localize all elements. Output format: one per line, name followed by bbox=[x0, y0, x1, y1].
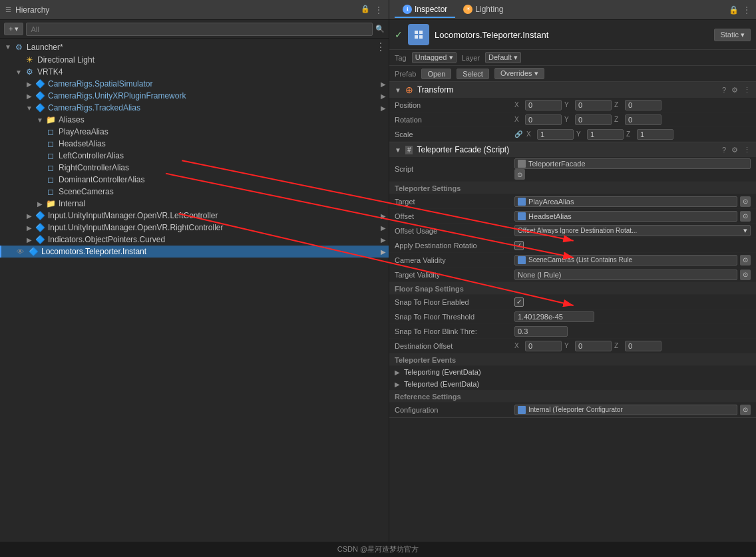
transform-icon: ⊕ bbox=[405, 85, 413, 95]
hierarchy-more-icon[interactable]: ⋮ bbox=[374, 5, 383, 15]
transform-help-icon[interactable]: ? bbox=[722, 86, 726, 94]
transform-settings-icon[interactable]: ⚙ bbox=[731, 86, 738, 94]
apply-dest-checkbox[interactable]: ✓ bbox=[514, 241, 524, 250]
dest-offset-z-input[interactable] bbox=[625, 341, 662, 351]
tree-item-scene-cameras[interactable]: ◻ SceneCameras bbox=[0, 186, 389, 198]
search-input[interactable] bbox=[26, 23, 373, 36]
inspector-content: ✓ Locomotors.Teleporter.Instant Static ▾… bbox=[389, 20, 756, 542]
tree-item-internal[interactable]: ▶ 📁 Internal bbox=[0, 198, 389, 210]
item-label: Launcher* bbox=[27, 43, 63, 52]
target-validity-button[interactable]: ⊙ bbox=[740, 270, 751, 280]
snap-enabled-checkbox[interactable]: ✓ bbox=[514, 297, 524, 307]
tree-item-camera-tracked[interactable]: ▼ 🔷 CameraRigs.TrackedAlias ▶ bbox=[0, 102, 389, 114]
offset-ref-button[interactable]: ⊙ bbox=[740, 211, 751, 222]
rz-label: Z bbox=[614, 116, 622, 123]
teleporting-event[interactable]: ▶ Teleporting (EventData) bbox=[389, 366, 756, 378]
transform-more-icon[interactable]: ⋮ bbox=[743, 86, 751, 94]
apply-dest-row: Apply Destination Rotatio ✓ bbox=[389, 238, 756, 253]
target-ref-button[interactable]: ⊙ bbox=[740, 196, 751, 207]
config-ref-button[interactable]: ⊙ bbox=[740, 405, 751, 415]
tree-item-vrtk4[interactable]: ▼ ⚙ VRTK4 bbox=[0, 66, 389, 78]
scale-y-input[interactable] bbox=[587, 129, 624, 140]
obj-icon: ◻ bbox=[45, 174, 56, 185]
arrow-icon: ▶ bbox=[381, 224, 386, 232]
open-button[interactable]: Open bbox=[421, 69, 451, 79]
arrow-icon: ▶ bbox=[381, 93, 386, 100]
tree-item-aliases[interactable]: ▼ 📁 Aliases bbox=[0, 114, 389, 126]
item-label: CameraRigs.SpatialSimulator bbox=[48, 79, 152, 89]
snap-enabled-row: Snap To Floor Enabled ✓ bbox=[389, 295, 756, 309]
tree-item-camera-unity[interactable]: ▶ 🔷 CameraRigs.UnityXRPluginFramework ▶ bbox=[0, 90, 389, 102]
snap-blink-input[interactable] bbox=[514, 326, 568, 337]
rotation-z-input[interactable] bbox=[625, 114, 662, 125]
facade-help-icon[interactable]: ? bbox=[722, 146, 726, 154]
item-label: Locomotors.Teleporter.Instant bbox=[41, 247, 146, 256]
hierarchy-tree: ▼ ⚙ Launcher* ⋮ ☀ Directional Light ▼ ⚙ … bbox=[0, 39, 389, 542]
camera-validity-button[interactable]: ⊙ bbox=[740, 255, 751, 266]
tree-item-camera-spatial[interactable]: ▶ 🔷 CameraRigs.SpatialSimulator ▶ bbox=[0, 78, 389, 90]
tree-item-indicators[interactable]: ▶ 🔷 Indicators.ObjectPointers.Curved ▶ bbox=[0, 234, 389, 246]
tree-item-dominant-ctrl[interactable]: ◻ DominantControllerAlias bbox=[0, 174, 389, 186]
item-label: Aliases bbox=[59, 115, 85, 124]
target-label: Target bbox=[395, 198, 514, 206]
layer-dropdown[interactable]: Default ▾ bbox=[485, 52, 521, 63]
overrides-button[interactable]: Overrides ▾ bbox=[494, 68, 544, 79]
tree-item-input-left[interactable]: ▶ 🔷 Input.UnityInputManager.OpenVR.LeftC… bbox=[0, 210, 389, 222]
teleported-event[interactable]: ▶ Teleported (EventData) bbox=[389, 378, 756, 390]
teleported-label: Teleported (EventData) bbox=[404, 380, 479, 388]
tree-item-playarea[interactable]: ◻ PlayAreaAlias bbox=[0, 126, 389, 138]
snap-threshold-input[interactable] bbox=[514, 311, 594, 322]
tree-item-input-right[interactable]: ▶ 🔷 Input.UnityInputManager.OpenVR.Right… bbox=[0, 222, 389, 234]
inspector-lock-icon: 🔒 bbox=[729, 5, 739, 15]
dest-offset-label: Destination Offset bbox=[395, 342, 514, 350]
position-x-input[interactable] bbox=[525, 100, 562, 110]
select-button[interactable]: Select bbox=[457, 69, 489, 79]
light-icon: ☀ bbox=[24, 55, 35, 65]
doz-label: Z bbox=[614, 342, 622, 349]
obj-icon: ◻ bbox=[45, 126, 56, 137]
transform-header[interactable]: ▼ ⊕ Transform ? ⚙ ⋮ bbox=[389, 82, 756, 98]
camera-validity-name: SceneCameras (List Contains Rule bbox=[528, 256, 632, 264]
context-menu-icon[interactable]: ⋮ bbox=[375, 41, 386, 53]
teleporter-facade-header[interactable]: ▼ # Teleporter Facade (Script) ? ⚙ ⋮ bbox=[389, 142, 756, 157]
target-validity-name: None (I Rule) bbox=[518, 271, 561, 279]
position-z-input[interactable] bbox=[625, 100, 662, 110]
arrow-icon: ▶ bbox=[381, 212, 386, 220]
tag-layer-row: Tag Untagged ▾ Layer Default ▾ bbox=[389, 50, 756, 66]
camera-validity-container: SceneCameras (List Contains Rule ⊙ bbox=[514, 255, 751, 266]
tab-lighting[interactable]: ☀ Lighting bbox=[455, 2, 511, 18]
script-ref-button[interactable]: ⊙ bbox=[514, 169, 525, 180]
object-header: ✓ Locomotors.Teleporter.Instant Static ▾ bbox=[389, 20, 756, 50]
expand-arrow: ▶ bbox=[24, 212, 35, 220]
obj-icon: ◻ bbox=[45, 162, 56, 173]
tree-item-directional-light[interactable]: ☀ Directional Light bbox=[0, 54, 389, 66]
facade-settings-icon[interactable]: ⚙ bbox=[731, 146, 738, 154]
tag-label: Tag bbox=[395, 54, 407, 62]
camera-validity-label: Camera Validity bbox=[395, 256, 514, 264]
arrow-icon: ▶ bbox=[381, 104, 386, 112]
offset-usage-dropdown[interactable]: Offset Always Ignore Destination Rotat..… bbox=[514, 225, 751, 236]
rotation-x-input[interactable] bbox=[525, 114, 562, 125]
tree-item-headset[interactable]: ◻ HeadsetAlias bbox=[0, 138, 389, 150]
scale-x-input[interactable] bbox=[537, 129, 574, 140]
static-button[interactable]: Static ▾ bbox=[714, 29, 751, 41]
rotation-y-input[interactable] bbox=[575, 114, 612, 125]
tag-dropdown[interactable]: Untagged ▾ bbox=[412, 52, 457, 63]
tree-item-left-ctrl[interactable]: ◻ LeftControllerAlias bbox=[0, 150, 389, 162]
tree-item-right-ctrl[interactable]: ◻ RightControllerAlias bbox=[0, 162, 389, 174]
tree-item-launcher[interactable]: ▼ ⚙ Launcher* ⋮ bbox=[0, 40, 389, 54]
inspector-more-icon[interactable]: ⋮ bbox=[743, 5, 751, 15]
prefab-label: Prefab bbox=[395, 70, 416, 78]
position-row: Position X Y Z bbox=[389, 98, 756, 112]
tab-inspector[interactable]: ℹ Inspector bbox=[395, 2, 455, 18]
scale-z-input[interactable] bbox=[637, 129, 673, 140]
add-button[interactable]: + ▾ bbox=[4, 23, 23, 35]
expand-arrow: ▶ bbox=[35, 200, 45, 208]
tree-item-locomotors[interactable]: 👁 🔷 Locomotors.Teleporter.Instant ▶ bbox=[0, 246, 389, 258]
position-y-input[interactable] bbox=[575, 100, 612, 110]
dest-offset-y-input[interactable] bbox=[575, 341, 612, 351]
dest-offset-x-input[interactable] bbox=[525, 341, 562, 351]
snap-threshold-row: Snap To Floor Threshold bbox=[389, 309, 756, 324]
facade-more-icon[interactable]: ⋮ bbox=[743, 146, 751, 154]
object-check[interactable]: ✓ bbox=[395, 29, 403, 40]
